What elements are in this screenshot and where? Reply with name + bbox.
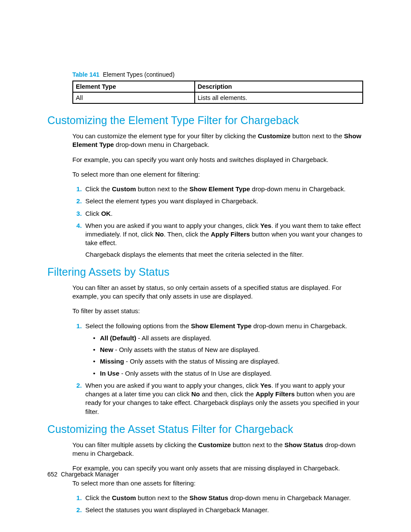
chapter-name: Chargeback Manager bbox=[61, 471, 119, 478]
step-subparagraph: Chargeback displays the elements that me… bbox=[85, 250, 364, 259]
table-number: Table 141 bbox=[72, 71, 100, 78]
bullet-item: All (Default) - All assets are displayed… bbox=[93, 334, 364, 342]
step: Select the statuses you want displayed i… bbox=[84, 506, 364, 514]
heading-customizing-asset-status-filter: Customizing the Asset Status Filter for … bbox=[47, 423, 364, 436]
bullet-item: Missing - Only assets with the status of… bbox=[93, 357, 364, 366]
table-header-description: Description bbox=[195, 81, 363, 92]
bullet-list: All (Default) - All assets are displayed… bbox=[85, 334, 364, 378]
table-header-element-type: Element Type bbox=[73, 81, 195, 92]
paragraph: You can filter multiple assets by clicki… bbox=[72, 441, 364, 458]
step: When you are asked if you want to apply … bbox=[84, 221, 364, 259]
step: Click the Custom button next to the Show… bbox=[84, 494, 364, 502]
table-row: All Lists all elements. bbox=[73, 92, 363, 103]
heading-filtering-assets-by-status: Filtering Assets by Status bbox=[47, 266, 364, 278]
element-types-table: Element Type Description All Lists all e… bbox=[72, 81, 363, 104]
paragraph: To select more than one assets for filte… bbox=[72, 479, 364, 488]
page-footer: 652 Chargeback Manager bbox=[47, 471, 119, 478]
page-number: 652 bbox=[47, 471, 57, 478]
heading-customizing-element-type-filter: Customizing the Element Type Filter for … bbox=[47, 114, 364, 127]
steps-list: Select the following options from the Sh… bbox=[72, 322, 364, 416]
step: When you are asked if you want to apply … bbox=[84, 381, 364, 416]
paragraph: To select more than one element for filt… bbox=[72, 170, 364, 179]
paragraph: You can customize the element type for y… bbox=[72, 132, 364, 149]
table-header-row: Element Type Description bbox=[73, 81, 363, 92]
step: Select the element types you want displa… bbox=[84, 197, 364, 205]
paragraph: For example, you can specify you want on… bbox=[72, 156, 364, 164]
table-title: Element Types (continued) bbox=[103, 71, 174, 78]
steps-list: Click the Custom button next to the Show… bbox=[72, 185, 364, 259]
table-cell-description: Lists all elements. bbox=[195, 92, 363, 103]
bullet-item: In Use - Only assets with the status of … bbox=[93, 369, 364, 378]
step: Select the following options from the Sh… bbox=[84, 322, 364, 378]
table-cell-element-type: All bbox=[73, 92, 195, 103]
step: Click OK. bbox=[84, 209, 364, 218]
step: Click the Custom button next to the Show… bbox=[84, 185, 364, 193]
paragraph: To filter by asset status: bbox=[72, 307, 364, 315]
paragraph: You can filter an asset by status, so on… bbox=[72, 283, 364, 301]
bullet-item: New - Only assets with the status of New… bbox=[93, 345, 364, 354]
table-caption: Table 141Element Types (continued) bbox=[72, 71, 364, 78]
steps-list: Click the Custom button next to the Show… bbox=[72, 494, 364, 515]
